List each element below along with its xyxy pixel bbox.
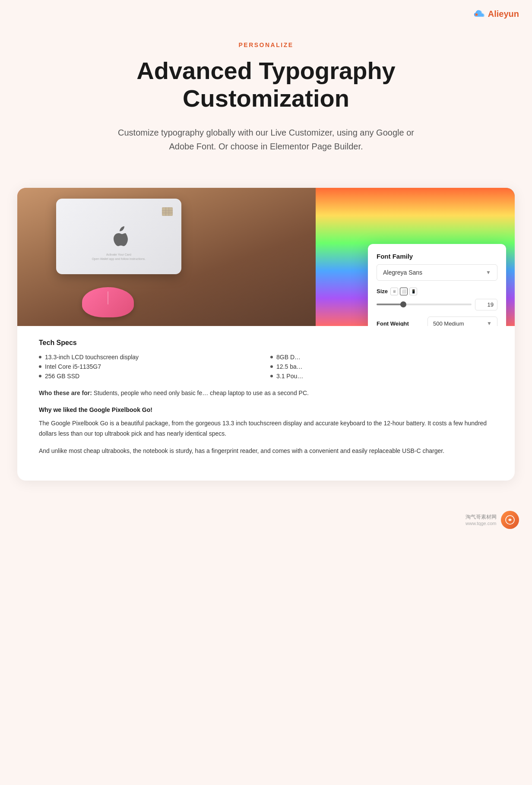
content-area: Tech Specs 13.3-inch LCD touchscreen dis… (17, 326, 515, 481)
mobile-icon[interactable]: 📱 (409, 288, 417, 295)
product-image-area: Activate Your CardOpen Wallet app and fo… (17, 188, 515, 326)
apple-logo-visual (108, 223, 130, 249)
taqge-line1: 淘气哥素材网 (466, 513, 497, 521)
svg-rect-3 (168, 207, 169, 216)
taqge-icon (501, 511, 519, 529)
font-weight-label: Font Weight (377, 320, 424, 326)
bullet-icon (270, 356, 273, 358)
hero-title: Advanced Typography Customization (9, 57, 523, 113)
typography-panel: Font Family Alegreya Sans ▼ Size 🖥 ⬜ 📱 (368, 244, 506, 326)
who-for-label: Who these are for: (39, 389, 92, 396)
size-row: Size 🖥 ⬜ 📱 19 (377, 288, 497, 310)
hero-subtitle: Customize typography globally with our L… (115, 126, 417, 153)
tech-specs-title: Tech Specs (39, 339, 493, 347)
spec-item: 13.3-inch LCD touchscreen display (39, 354, 262, 361)
brand-name: Alieyun (488, 9, 519, 19)
size-slider-row: 19 (377, 299, 497, 310)
body-para-2: And unlike most cheap ultrabooks, the no… (39, 446, 493, 456)
taqge-line2: www.tqge.com (466, 521, 497, 526)
svg-point-0 (475, 13, 478, 16)
bullet-icon (270, 365, 273, 368)
size-slider-fill (377, 304, 403, 305)
size-responsive-icons: 🖥 ⬜ 📱 (390, 288, 417, 295)
size-slider-thumb[interactable] (400, 301, 406, 307)
dropdown-arrow-icon: ▼ (486, 269, 491, 275)
font-weight-value: 500 Medium (433, 320, 464, 326)
card-small-text: Activate Your CardOpen Wallet app and fo… (65, 253, 173, 261)
font-family-dropdown[interactable]: Alegreya Sans ▼ (377, 264, 497, 281)
cloud-logo-icon (473, 8, 485, 20)
taqge-watermark-area: 淘气哥素材网 www.tqge.com (0, 506, 532, 542)
bullet-icon (39, 375, 41, 377)
spec-item: 12.5 ba… (270, 363, 493, 370)
font-weight-arrow-icon: ▼ (487, 320, 492, 326)
bullet-icon (39, 356, 41, 358)
hand-visual: Activate Your CardOpen Wallet app and fo… (17, 188, 341, 326)
size-header: Size 🖥 ⬜ 📱 (377, 288, 497, 295)
apple-card-visual: Activate Your CardOpen Wallet app and fo… (56, 199, 181, 274)
who-for-text: Who these are for: Students, people who … (39, 388, 493, 398)
hero-section: PERSONALIZE Advanced Typography Customiz… (0, 24, 532, 188)
size-value-input[interactable]: 19 (475, 299, 497, 310)
spec-item: 8GB D… (270, 354, 493, 361)
chip-visual (162, 207, 173, 218)
why-liked-title: Why we liked the Google Pixelbook Go! (39, 406, 493, 413)
svg-rect-1 (162, 207, 173, 216)
spec-item: 256 GB SSD (39, 373, 262, 380)
main-card: Activate Your CardOpen Wallet app and fo… (17, 188, 515, 481)
font-weight-row: Font Weight 500 Medium ▼ (377, 317, 497, 326)
desktop-icon[interactable]: 🖥 (390, 288, 398, 295)
mouse-line (108, 291, 108, 304)
size-slider-track[interactable] (377, 304, 472, 305)
svg-rect-2 (165, 207, 166, 216)
bullet-icon (39, 365, 41, 368)
specs-grid: 13.3-inch LCD touchscreen display 8GB D…… (39, 354, 493, 380)
font-family-value: Alegreya Sans (383, 269, 422, 276)
personalize-label: PERSONALIZE (9, 41, 523, 48)
brand-logo: Alieyun (473, 8, 519, 20)
taqge-text-area: 淘气哥素材网 www.tqge.com (466, 513, 497, 526)
body-para-1: The Google Pixelbook Go is a beautiful p… (39, 418, 493, 439)
taqge-logo-icon (505, 515, 515, 525)
spec-item: 3.1 Pou… (270, 373, 493, 380)
svg-rect-4 (162, 210, 173, 211)
pink-mouse-visual (82, 287, 134, 317)
font-family-label: Font Family (377, 253, 497, 260)
size-label: Size (377, 288, 388, 294)
tablet-icon[interactable]: ⬜ (400, 288, 408, 295)
font-weight-dropdown[interactable]: 500 Medium ▼ (428, 317, 497, 326)
spec-item: Intel Core i5-1135G7 (39, 363, 262, 370)
bullet-icon (270, 375, 273, 377)
top-bar: Alieyun (0, 0, 532, 24)
svg-rect-5 (162, 212, 173, 213)
